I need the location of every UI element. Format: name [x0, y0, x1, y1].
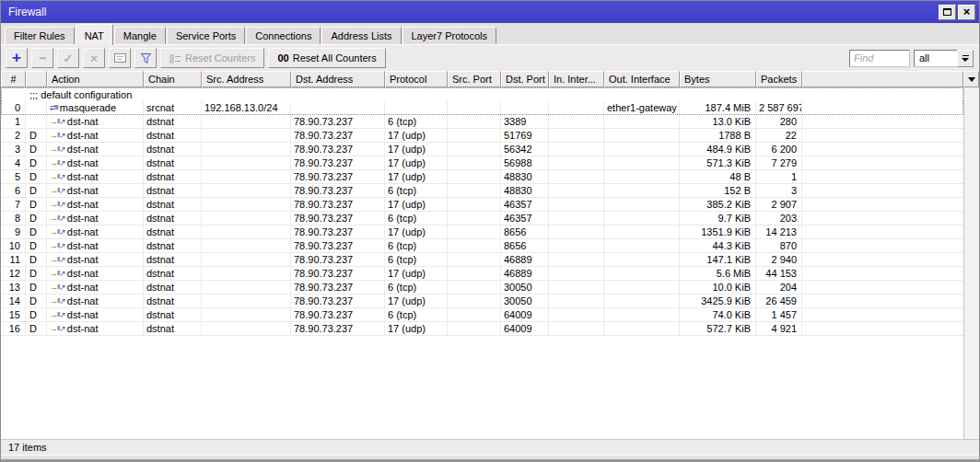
protocol-cell: 17 (udp) — [385, 322, 448, 335]
filter-dropdown[interactable]: all — [914, 50, 974, 67]
src-port-cell — [448, 198, 501, 211]
chain-cell: dstnat — [144, 308, 202, 321]
out-interface-cell — [604, 129, 680, 142]
bytes-cell: 147.1 KiB — [680, 253, 756, 266]
in-interface-cell — [549, 212, 604, 225]
filler-cell — [802, 212, 963, 225]
filler-cell — [802, 322, 963, 335]
table-row[interactable]: 11 D ⇄‖ →‖↗ dst-nat dstnat 78.90.73.237 … — [1, 253, 963, 267]
table-row[interactable]: 15 D ⇄‖ →‖↗ dst-nat dstnat 78.90.73.237 … — [1, 308, 963, 322]
protocol-cell: 6 (tcp) — [385, 184, 448, 197]
in-interface-cell — [549, 281, 604, 294]
tab[interactable]: Mangle — [114, 27, 166, 44]
dst-address-cell: 78.90.73.237 — [291, 170, 385, 183]
tab[interactable]: Layer7 Protocols — [402, 27, 497, 44]
filler-cell — [802, 281, 963, 294]
tab[interactable]: Service Ports — [167, 27, 245, 44]
tab[interactable]: Address Lists — [321, 27, 401, 44]
column-header[interactable]: Src. Port — [448, 71, 501, 87]
tab[interactable]: NAT — [76, 24, 113, 45]
dst-address-cell: 78.90.73.237 — [291, 225, 385, 238]
column-header[interactable]: Src. Address — [202, 71, 291, 87]
table-row[interactable]: 8 D ⇄‖ →‖↗ dst-nat dstnat 78.90.73.237 6… — [1, 212, 963, 225]
table-row[interactable]: 4 D ⇄‖ →‖↗ dst-nat dstnat 78.90.73.237 1… — [1, 156, 963, 170]
comment-row[interactable]: ;;; default configuration — [1, 87, 963, 101]
rule-number: 10 — [1, 239, 26, 252]
find-input[interactable] — [849, 50, 910, 67]
src-address-cell — [202, 184, 291, 197]
column-header[interactable] — [26, 71, 47, 87]
column-header[interactable]: Packets — [756, 71, 802, 87]
tab[interactable]: Connections — [246, 27, 321, 44]
comment-button[interactable] — [109, 48, 131, 68]
table-row[interactable]: 0 ⇄‖ →‖↗ masquerade srcnat 192.168.13.0/… — [1, 101, 963, 115]
table-row[interactable]: 9 D ⇄‖ →‖↗ dst-nat dstnat 78.90.73.237 1… — [1, 225, 963, 239]
table-row[interactable]: 13 D ⇄‖ →‖↗ dst-nat dstnat 78.90.73.237 … — [1, 281, 963, 295]
table-row[interactable]: 3 D ⇄‖ →‖↗ dst-nat dstnat 78.90.73.237 1… — [1, 143, 963, 156]
action-label: dst-nat — [67, 322, 99, 335]
tab[interactable]: Filter Rules — [5, 27, 75, 44]
title-bar[interactable]: Firewall × — [1, 1, 979, 23]
dst-nat-icon: →‖↗ — [50, 228, 65, 237]
in-interface-cell — [549, 129, 604, 142]
close-button[interactable]: × — [958, 5, 975, 20]
window-title: Firewall — [8, 6, 937, 18]
filler-cell — [802, 267, 963, 280]
column-header[interactable]: Dst. Address — [291, 71, 385, 87]
column-header[interactable]: Out. Interface — [604, 71, 680, 87]
column-header[interactable]: # — [1, 71, 26, 87]
add-rule-button[interactable]: + — [6, 48, 28, 68]
protocol-cell: 17 (udp) — [385, 225, 448, 238]
packets-cell: 1 457 — [756, 308, 802, 321]
dynamic-flag: D — [26, 267, 47, 280]
reset-counters-button[interactable]: Reset Counters — [160, 48, 264, 68]
disable-rule-button[interactable]: × — [83, 48, 105, 68]
dst-address-cell: 78.90.73.237 — [291, 253, 385, 266]
action-cell: ⇄‖ →‖↗ masquerade — [47, 101, 144, 114]
action-label: masquerade — [60, 101, 116, 114]
column-header[interactable]: Bytes — [680, 71, 756, 87]
column-header[interactable]: Protocol — [385, 71, 448, 87]
action-label: dst-nat — [67, 281, 99, 294]
action-label: dst-nat — [67, 143, 99, 156]
table-row[interactable]: 2 D ⇄‖ →‖↗ dst-nat dstnat 78.90.73.237 1… — [1, 129, 963, 143]
filter-dropdown-button[interactable] — [957, 50, 974, 67]
table-row[interactable]: 7 D ⇄‖ →‖↗ dst-nat dstnat 78.90.73.237 1… — [1, 198, 963, 212]
table-row[interactable]: 16 D ⇄‖ →‖↗ dst-nat dstnat 78.90.73.237 … — [1, 322, 963, 336]
filler-cell — [802, 308, 963, 321]
reset-all-counters-button[interactable]: 00 Reset All Counters — [268, 48, 385, 68]
dst-nat-icon: →‖↗ — [50, 187, 65, 195]
dst-nat-icon: →‖↗ — [50, 325, 65, 333]
packets-cell: 2 940 — [756, 253, 802, 266]
column-header[interactable]: Dst. Port — [501, 71, 549, 87]
out-interface-cell — [604, 295, 680, 307]
vertical-scrollbar[interactable] — [963, 87, 979, 439]
table-row[interactable]: 6 D ⇄‖ →‖↗ dst-nat dstnat 78.90.73.237 6… — [1, 184, 963, 198]
enable-rule-button[interactable]: ✓ — [57, 48, 79, 68]
remove-rule-button[interactable]: − — [31, 48, 53, 68]
dynamic-flag: D — [26, 170, 47, 183]
dst-nat-icon: →‖↗ — [50, 145, 65, 154]
rule-number: 8 — [1, 212, 26, 225]
dynamic-flag — [26, 115, 47, 128]
table-row[interactable]: 10 D ⇄‖ →‖↗ dst-nat dstnat 78.90.73.237 … — [1, 239, 963, 253]
column-header[interactable]: Action — [47, 71, 144, 87]
src-port-cell — [448, 322, 501, 335]
column-select-button[interactable] — [963, 71, 979, 87]
table-row[interactable]: 12 D ⇄‖ →‖↗ dst-nat dstnat 78.90.73.237 … — [1, 267, 963, 281]
protocol-cell: 6 (tcp) — [385, 212, 448, 225]
action-cell: ⇄‖ →‖↗ dst-nat — [47, 198, 144, 211]
column-header[interactable]: In. Inter... — [549, 71, 604, 87]
column-header[interactable]: Chain — [144, 71, 202, 87]
filter-button[interactable] — [134, 48, 157, 68]
table-row[interactable]: 1 ⇄‖ →‖↗ dst-nat dstnat 78.90.73.237 6 (… — [1, 115, 963, 129]
table-row[interactable]: 14 D ⇄‖ →‖↗ dst-nat dstnat 78.90.73.237 … — [1, 295, 963, 308]
bytes-cell: 1351.9 KiB — [680, 225, 756, 238]
out-interface-cell — [604, 198, 680, 211]
maximize-button[interactable] — [939, 5, 956, 20]
packets-cell: 14 213 — [756, 225, 802, 238]
table-row[interactable]: 5 D ⇄‖ →‖↗ dst-nat dstnat 78.90.73.237 1… — [1, 170, 963, 184]
dynamic-flag: D — [26, 143, 47, 156]
in-interface-cell — [549, 239, 604, 252]
action-label: dst-nat — [67, 295, 99, 307]
